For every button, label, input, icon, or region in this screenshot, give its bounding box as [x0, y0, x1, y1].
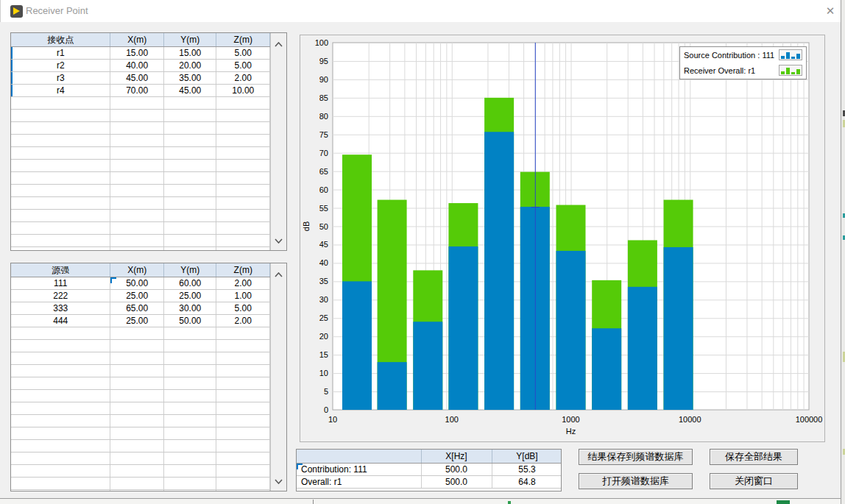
table-cell[interactable] [110, 440, 164, 452]
table-cell[interactable] [163, 160, 216, 172]
table-cell[interactable]: 50.00 [163, 315, 216, 327]
table-cell[interactable]: 65.00 [110, 302, 164, 315]
table-cell[interactable] [11, 327, 110, 340]
open-spectrum-db-button[interactable]: 打开频谱数据库 [579, 473, 693, 489]
table-cell[interactable] [163, 390, 216, 402]
table-cell[interactable] [110, 415, 164, 427]
table-cell[interactable] [163, 427, 216, 440]
table-cell[interactable] [11, 97, 110, 110]
table-cell[interactable] [11, 390, 110, 402]
table-cell[interactable] [216, 247, 270, 251]
scroll-down-icon[interactable] [271, 233, 286, 246]
table-cell[interactable] [110, 490, 164, 491]
table-cell[interactable] [110, 210, 164, 222]
table-cell[interactable] [11, 210, 110, 222]
scroll-up-icon[interactable] [271, 37, 286, 50]
table-cell[interactable] [216, 135, 270, 147]
table-cell[interactable] [163, 465, 216, 478]
table-cell[interactable] [216, 172, 270, 185]
table-cell[interactable] [163, 235, 216, 247]
contribution-bar[interactable] [628, 287, 657, 410]
table-cell[interactable] [163, 247, 216, 251]
table-cell[interactable] [163, 122, 216, 135]
table-cell[interactable] [216, 452, 270, 465]
table-cell[interactable] [11, 147, 110, 160]
table-cell[interactable] [163, 97, 216, 110]
table-cell[interactable] [110, 247, 164, 251]
table-cell[interactable] [11, 452, 110, 465]
table-cell[interactable] [110, 365, 164, 377]
table-cell[interactable] [11, 478, 110, 490]
table-cell[interactable] [163, 365, 216, 377]
table-cell[interactable]: 111 [11, 277, 110, 290]
receiver-table-scrollbar[interactable] [270, 33, 286, 250]
table-cell[interactable]: 25.00 [110, 290, 164, 302]
table-cell[interactable] [11, 465, 110, 478]
table-cell[interactable]: 222 [11, 290, 110, 302]
table-cell[interactable] [11, 197, 110, 210]
table-cell[interactable] [110, 97, 164, 110]
table-cell[interactable] [163, 440, 216, 452]
table-cell[interactable] [11, 222, 110, 235]
table-cell[interactable] [11, 427, 110, 440]
table-cell[interactable] [110, 452, 164, 465]
bar-plot-style-icon[interactable] [779, 49, 802, 60]
table-cell[interactable] [216, 352, 270, 365]
table-cell[interactable] [11, 490, 110, 491]
table-cell[interactable] [110, 340, 164, 352]
table-cell[interactable] [216, 110, 270, 122]
table-cell[interactable] [11, 247, 110, 251]
table-cell[interactable]: Overall: r1 [297, 476, 421, 489]
table-cell[interactable] [163, 222, 216, 235]
table-cell[interactable] [163, 452, 216, 465]
legend-item-contribution[interactable]: Source Contribution : 111 [680, 47, 806, 63]
table-cell[interactable] [110, 197, 164, 210]
table-cell[interactable] [216, 415, 270, 427]
table-cell[interactable]: 45.00 [110, 72, 164, 85]
scroll-down-icon[interactable] [271, 474, 286, 487]
table-cell[interactable]: 30.00 [163, 302, 216, 315]
table-cell[interactable] [216, 390, 270, 402]
table-cell[interactable] [216, 122, 270, 135]
table-cell[interactable] [163, 415, 216, 427]
table-cell[interactable]: 500.0 [421, 464, 492, 476]
table-cell[interactable] [163, 147, 216, 160]
contribution-bar[interactable] [592, 328, 621, 410]
table-cell[interactable] [216, 97, 270, 110]
contribution-bar[interactable] [342, 281, 372, 410]
table-cell[interactable]: 500.0 [421, 476, 492, 489]
table-cell[interactable] [11, 365, 110, 377]
table-cell[interactable] [110, 147, 164, 160]
contribution-bar[interactable] [413, 322, 442, 410]
table-cell[interactable]: 444 [11, 315, 110, 327]
table-cell[interactable] [110, 352, 164, 365]
table-cell[interactable] [11, 415, 110, 427]
table-cell[interactable] [110, 235, 164, 247]
chart-legend[interactable]: Source Contribution : 111 Receiver Overa… [679, 46, 807, 79]
table-cell[interactable]: Contribution: 111 [297, 464, 421, 476]
table-cell[interactable] [11, 377, 110, 390]
table-cell[interactable] [163, 340, 216, 352]
scroll-up-icon[interactable] [271, 267, 286, 280]
table-cell[interactable] [11, 185, 110, 197]
table-cell[interactable] [11, 110, 110, 122]
table-cell[interactable] [110, 185, 164, 197]
table-cell[interactable]: 64.8 [492, 476, 561, 489]
table-cell[interactable] [216, 235, 270, 247]
table-cell[interactable]: 2.00 [216, 277, 270, 290]
close-window-button[interactable]: 关闭窗口 [710, 473, 798, 489]
table-cell[interactable] [216, 210, 270, 222]
table-cell[interactable] [216, 185, 270, 197]
contribution-bar[interactable] [378, 362, 407, 410]
table-cell[interactable] [163, 185, 216, 197]
table-cell[interactable]: r4 [11, 85, 110, 97]
table-cell[interactable] [216, 377, 270, 390]
table-cell[interactable]: 15.00 [163, 47, 216, 60]
table-cell[interactable] [110, 465, 164, 478]
table-cell[interactable]: 5.00 [216, 47, 270, 60]
table-cell[interactable]: 35.00 [163, 72, 216, 85]
table-cell[interactable] [11, 160, 110, 172]
contribution-bar[interactable] [448, 246, 478, 410]
table-cell[interactable] [163, 402, 216, 415]
contribution-bar[interactable] [484, 132, 514, 410]
